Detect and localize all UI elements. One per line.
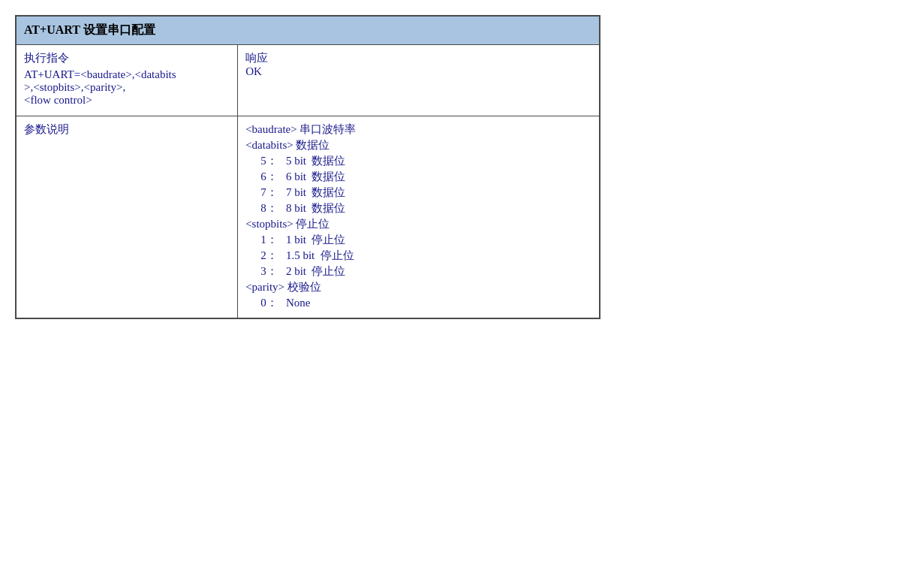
parity-0: 0： None — [245, 296, 591, 310]
response-label: 响应 — [245, 51, 591, 65]
stopbits-1: 1： 1 bit 停止位 — [245, 233, 591, 247]
stopbits-3: 3： 2 bit 停止位 — [245, 264, 591, 279]
stopbits-2: 2： 1.5 bit 停止位 — [245, 249, 591, 263]
databits-8: 8： 8 bit 数据位 — [245, 201, 591, 216]
databits-desc: <databits> 数据位 — [245, 138, 591, 152]
table-title: AT+UART 设置串口配置 — [16, 16, 600, 45]
response-ok: OK — [245, 65, 591, 78]
uart-config-table: AT+UART 设置串口配置 执行指令 AT+UART=<baudrate>,<… — [15, 15, 600, 319]
params-label: 参数说明 — [24, 122, 230, 137]
databits-6: 6： 6 bit 数据位 — [245, 170, 591, 184]
response-cell: 响应 OK — [238, 45, 600, 116]
baudrate-desc: <baudrate> 串口波特率 — [245, 122, 591, 137]
command-cell: 执行指令 AT+UART=<baudrate>,<databits>,<stop… — [16, 45, 238, 116]
stopbits-desc: <stopbits> 停止位 — [245, 217, 591, 231]
execute-instruction-label: 执行指令 — [24, 51, 230, 65]
params-detail-cell: <baudrate> 串口波特率 <databits> 数据位 5： 5 bit… — [238, 116, 600, 319]
parity-desc: <parity> 校验位 — [245, 280, 591, 294]
params-label-cell: 参数说明 — [16, 116, 238, 319]
params-row: 参数说明 <baudrate> 串口波特率 <databits> 数据位 5： … — [16, 116, 600, 319]
databits-7: 7： 7 bit 数据位 — [245, 185, 591, 200]
at-uart-command: AT+UART=<baudrate>,<databits>,<stopbits>… — [24, 68, 230, 107]
databits-5: 5： 5 bit 数据位 — [245, 154, 591, 168]
command-row: 执行指令 AT+UART=<baudrate>,<databits>,<stop… — [16, 45, 600, 116]
table-header-row: AT+UART 设置串口配置 — [16, 16, 600, 45]
